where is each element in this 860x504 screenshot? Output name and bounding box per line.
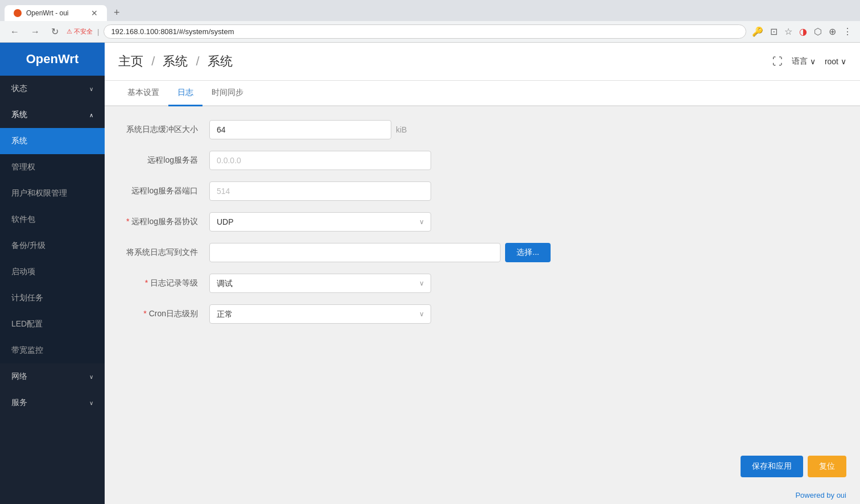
breadcrumb-home[interactable]: 主页	[118, 54, 143, 68]
language-button[interactable]: 语言 ∨	[792, 56, 816, 67]
address-input[interactable]: 192.168.0.100:8081/#/system/system	[104, 24, 746, 39]
network-arrow-icon: ∨	[89, 374, 93, 380]
select-log-level[interactable]: 调试 信息 警告 错误	[209, 274, 431, 293]
form-row-remote-log-protocol: * 远程log服务器协议 UDP TCP ∨	[118, 212, 846, 232]
form-row-log-to-file: 将系统日志写到文件 选择...	[118, 243, 846, 262]
key-icon[interactable]: 🔑	[751, 25, 764, 38]
new-tab-button[interactable]: +	[109, 5, 125, 21]
breadcrumb: 主页 / 系统 / 系统	[118, 53, 233, 70]
label-remote-log-protocol: * 远程log服务器协议	[118, 217, 209, 227]
sidebar: OpenWrt 状态 ∨ 系统 ∧ 系统 管理权 用户和权限管理 软件包 备份/…	[0, 43, 105, 504]
label-remote-log-port: 远程log服务器端口	[118, 186, 209, 196]
input-log-to-file[interactable]	[209, 243, 501, 262]
breadcrumb-current: 系统	[208, 54, 233, 68]
browser-tab[interactable]: OpenWrt - oui ✕	[5, 5, 107, 21]
powered-by-label: Powered by oui	[795, 491, 846, 499]
form-row-log-buffer-size: 系统日志缓冲区大小 kiB	[118, 120, 846, 139]
form-row-remote-log-server: 远程log服务器	[118, 151, 846, 170]
fullscreen-button[interactable]: ⛶	[772, 56, 783, 68]
sidebar-item-user-mgmt[interactable]: 用户和权限管理	[0, 180, 105, 206]
sidebar-item-led[interactable]: LED配置	[0, 311, 105, 337]
tab-timesync[interactable]: 时间同步	[202, 81, 253, 106]
back-button[interactable]: ←	[7, 26, 23, 38]
input-remote-log-port[interactable]	[209, 181, 431, 201]
form-row-cron-log-level: * Cron日志级别 正常 详细 安静 ∨	[118, 304, 846, 324]
sidebar-item-bandwidth[interactable]: 带宽监控	[0, 337, 105, 363]
user-button[interactable]: root ∨	[825, 57, 846, 66]
save-button[interactable]: 保存和应用	[741, 456, 803, 477]
form-row-log-level: * 日志记录等级 调试 信息 警告 错误 ∨	[118, 274, 846, 293]
form-area: 系统日志缓冲区大小 kiB 远程log服务器 远程log服务器端口	[105, 106, 860, 442]
lang-arrow-icon: ∨	[810, 57, 816, 66]
color-icon[interactable]: ◑	[798, 25, 808, 38]
sidebar-item-network[interactable]: 网络 ∨	[0, 363, 105, 390]
user-arrow-icon: ∨	[841, 57, 846, 66]
form-actions: 保存和应用 复位	[105, 447, 860, 486]
menu-icon[interactable]: ⋮	[842, 25, 853, 38]
sidebar-item-system[interactable]: 系统	[0, 128, 105, 154]
sidebar-item-admin[interactable]: 管理权	[0, 154, 105, 180]
extension-icon[interactable]: ⬡	[813, 25, 823, 38]
reset-button[interactable]: 复位	[808, 456, 846, 477]
tab-basic[interactable]: 基本设置	[118, 81, 168, 106]
tab-log[interactable]: 日志	[168, 81, 202, 106]
sidebar-item-status[interactable]: 状态 ∨	[0, 76, 105, 102]
sidebar-item-cron[interactable]: 计划任务	[0, 285, 105, 311]
star-icon[interactable]: ☆	[783, 25, 793, 38]
choose-file-button[interactable]: 选择...	[505, 243, 551, 262]
tabs-bar: 基本设置 日志 时间同步	[105, 81, 860, 106]
select-cron-log-level[interactable]: 正常 详细 安静	[209, 304, 431, 324]
forward-button[interactable]: →	[27, 26, 43, 38]
label-log-level: * 日志记录等级	[118, 278, 209, 288]
input-log-buffer-size[interactable]	[209, 120, 391, 139]
tab-close-icon[interactable]: ✕	[91, 9, 98, 18]
form-row-remote-log-port: 远程log服务器端口	[118, 181, 846, 201]
header-actions: ⛶ 语言 ∨ root ∨	[772, 56, 846, 68]
cast-icon[interactable]: ⊡	[769, 25, 779, 38]
input-remote-log-server[interactable]	[209, 151, 431, 170]
tab-title: OpenWrt - oui	[26, 9, 86, 17]
sidebar-logo: OpenWrt	[0, 43, 105, 76]
services-arrow-icon: ∨	[89, 400, 93, 406]
page-header: 主页 / 系统 / 系统 ⛶ 语言 ∨ root ∨	[105, 43, 860, 81]
status-arrow-icon: ∨	[89, 86, 93, 92]
page-footer: Powered by oui	[105, 486, 860, 504]
security-badge: ⚠ 不安全	[67, 27, 93, 36]
system-arrow-icon: ∧	[89, 112, 93, 118]
profile-icon[interactable]: ⊕	[828, 25, 837, 38]
fullscreen-icon: ⛶	[772, 56, 783, 68]
sidebar-item-startup[interactable]: 启动项	[0, 259, 105, 285]
tab-favicon	[14, 9, 22, 17]
sidebar-item-backup[interactable]: 备份/升级	[0, 233, 105, 259]
breadcrumb-system[interactable]: 系统	[163, 54, 188, 68]
sidebar-item-services[interactable]: 服务 ∨	[0, 390, 105, 416]
suffix-kib: kiB	[396, 125, 407, 134]
label-log-buffer-size: 系统日志缓冲区大小	[118, 125, 209, 135]
sidebar-item-software[interactable]: 软件包	[0, 206, 105, 233]
label-cron-log-level: * Cron日志级别	[118, 309, 209, 319]
label-log-to-file: 将系统日志写到文件	[118, 247, 209, 258]
sidebar-item-system-parent[interactable]: 系统 ∧	[0, 102, 105, 128]
label-remote-log-server: 远程log服务器	[118, 155, 209, 166]
reload-button[interactable]: ↻	[48, 25, 62, 38]
select-remote-log-protocol[interactable]: UDP TCP	[209, 212, 431, 232]
warning-icon: ⚠	[67, 28, 72, 35]
